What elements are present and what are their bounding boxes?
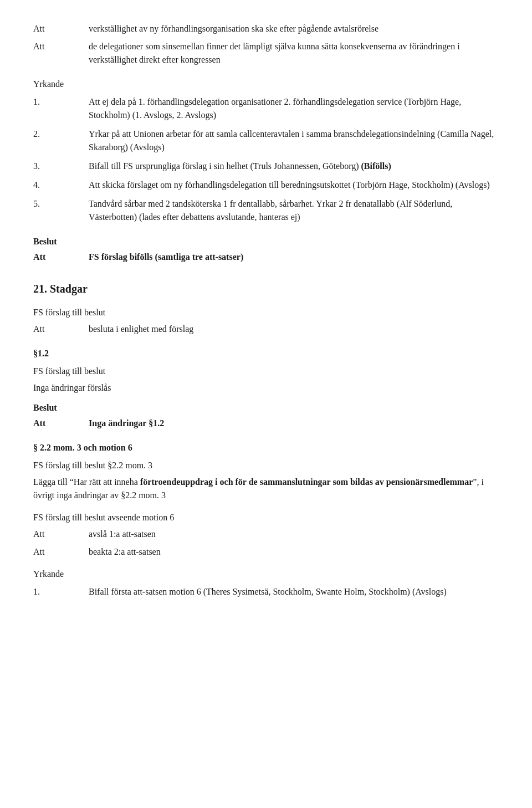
yrkande2-content-1: Bifall första att-satsen motion 6 (There… (89, 585, 499, 599)
proposal-text-bold: förtroendeuppdrag i och för de sammanslu… (140, 477, 473, 487)
beslut-att-content: FS förslag bifölls (samtliga tre att-sat… (89, 250, 499, 264)
motion6-att1: Att avslå 1:a att-satsen (33, 528, 499, 541)
beslut-att-row: Att FS förslag bifölls (samtliga tre att… (33, 250, 499, 264)
yrkande2-label: Yrkande (33, 567, 499, 581)
yrkande-item-2: 2. Yrkar på att Unionen arbetar för att … (33, 127, 499, 154)
yrkande-label: Yrkande (33, 78, 499, 91)
section-1-2-proposal-text: Inga ändringar förslås (33, 381, 499, 395)
yrkande-content-3: Bifall till FS ursprungliga förslag i si… (89, 160, 499, 173)
section-2-2-heading: § 2.2 mom. 3 och motion 6 (33, 441, 499, 454)
section-1-2-att-label: Att (33, 417, 89, 430)
yrkande-content-2: Yrkar på att Unionen arbetar för att sam… (89, 127, 499, 154)
motion6-att2: Att beakta 2:a att-satsen (33, 545, 499, 559)
bifölls-bold: (Bifölls) (361, 161, 391, 171)
att-label-1: Att (33, 22, 89, 35)
section-2-2-fs-label: FS förslag till beslut §2.2 mom. 3 (33, 459, 499, 472)
section-21-title: 21. Stadgar (33, 280, 499, 297)
section-1-2-att-content: Inga ändringar §1.2 (89, 417, 499, 430)
att-item-1: Att verkställighet av ny förhandlingsorg… (33, 22, 499, 35)
section-21-att-label: Att (33, 323, 89, 336)
section-1-2-beslut-label: Beslut (33, 401, 499, 415)
yrkande2-section: Yrkande 1. Bifall första att-satsen moti… (33, 567, 499, 599)
section-1-2-fs-label: FS förslag till beslut (33, 365, 499, 378)
top-att-section: Att verkställighet av ny förhandlingsorg… (33, 22, 499, 67)
yrkande-content-5: Tandvård sårbar med 2 tandsköterska 1 fr… (89, 197, 499, 224)
section-21-att: Att besluta i enlighet med förslag (33, 323, 499, 336)
yrkande2-number-1: 1. (33, 585, 89, 599)
yrkande-number-2: 2. (33, 127, 89, 154)
att-item-2: Att de delegationer som sinsemellan finn… (33, 40, 499, 67)
section-2-2: § 2.2 mom. 3 och motion 6 FS förslag til… (33, 441, 499, 559)
yrkande-content-4: Att skicka förslaget om ny förhandlingsd… (89, 178, 499, 192)
section-21-fs-proposal-label: FS förslag till beslut (33, 306, 499, 319)
motion6-att2-content: beakta 2:a att-satsen (89, 545, 499, 559)
section-1-2: §1.2 FS förslag till beslut Inga ändring… (33, 347, 499, 430)
yrkande-content-1: Att ej dela på 1. förhandlingsdelegation… (89, 95, 499, 122)
section-1-2-beslut-att: Att Inga ändringar §1.2 (33, 417, 499, 430)
yrkande-section: Yrkande 1. Att ej dela på 1. förhandling… (33, 78, 499, 224)
att-content-2: de delegationer som sinsemellan finner d… (89, 40, 499, 67)
yrkande-item-1: 1. Att ej dela på 1. förhandlingsdelegat… (33, 95, 499, 122)
yrkande-item-5: 5. Tandvård sårbar med 2 tandsköterska 1… (33, 197, 499, 224)
yrkande-number-3: 3. (33, 160, 89, 173)
yrkande-number-5: 5. (33, 197, 89, 224)
section-2-2-proposal-text: Lägga till “Har rätt att inneha förtroen… (33, 475, 499, 502)
yrkande-number-1: 1. (33, 95, 89, 122)
yrkande-item-4: 4. Att skicka förslaget om ny förhandlin… (33, 178, 499, 192)
motion6-label: FS förslag till beslut avseende motion 6 (33, 511, 499, 524)
att-label-2: Att (33, 40, 89, 67)
motion6-att1-content: avslå 1:a att-satsen (89, 528, 499, 541)
motion6-att1-label: Att (33, 528, 89, 541)
section-1-2-heading: §1.2 (33, 347, 499, 360)
beslut-label: Beslut (33, 235, 499, 248)
proposal-text-before: Lägga till “Har rätt att inneha (33, 477, 140, 487)
yrkande2-item-1: 1. Bifall första att-satsen motion 6 (Th… (33, 585, 499, 599)
motion6-att2-label: Att (33, 545, 89, 559)
beslut-att-label: Att (33, 250, 89, 264)
section-21-att-content: besluta i enlighet med förslag (89, 323, 499, 336)
yrkande-number-4: 4. (33, 178, 89, 192)
section-21: 21. Stadgar FS förslag till beslut Att b… (33, 280, 499, 336)
beslut-section: Beslut Att FS förslag bifölls (samtliga … (33, 235, 499, 264)
yrkande-item-3: 3. Bifall till FS ursprungliga förslag i… (33, 160, 499, 173)
att-content-1: verkställighet av ny förhandlingsorganis… (89, 22, 499, 35)
